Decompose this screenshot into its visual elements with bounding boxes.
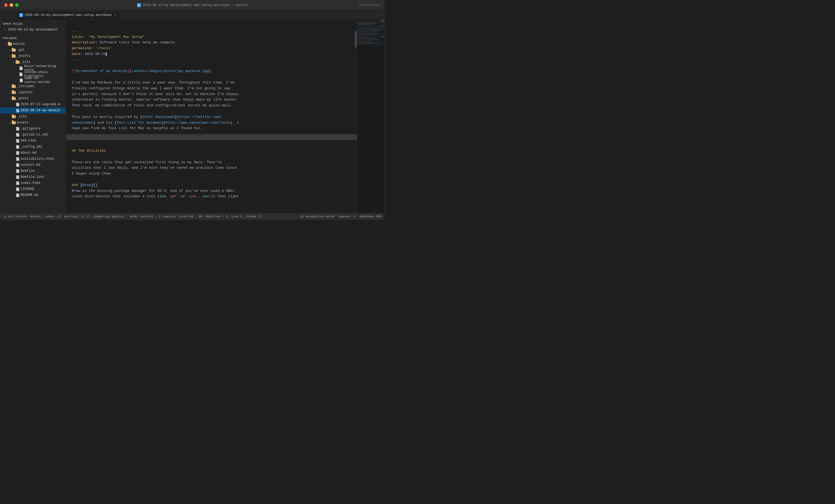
sidebar-label-sudo: sudo-in-centos.markdo xyxy=(24,76,64,84)
tab-label: 2016-08-14-my-development-mac-setup.mark… xyxy=(25,13,112,17)
sidebar-label-availability: availability.html xyxy=(21,157,54,161)
sidebar-item-site[interactable]: _site xyxy=(0,114,66,120)
unregistered-label: UNREGISTERED xyxy=(359,4,381,7)
doc-icon-contact xyxy=(16,163,20,167)
sidebar-item-layouts[interactable]: _layouts xyxy=(0,89,66,95)
sidebar-item-gemfilelock[interactable]: Gemfile.lock xyxy=(0,174,66,180)
expand-arrow-posts xyxy=(8,97,12,100)
window-title: K 2016-08-14-my-development-mac-setup.ma… xyxy=(137,3,247,7)
sidebar-item-contact[interactable]: contact.md xyxy=(0,162,66,168)
open-file-item[interactable]: × 2016-08-14-my-development- xyxy=(0,27,66,33)
tab-dropdown[interactable]: ▾ xyxy=(380,13,382,17)
spaces-label: Spaces: 4 xyxy=(339,215,355,218)
folder-icon-kactus xyxy=(8,42,12,46)
git-info: Git branch: master, index: 17, working: … xyxy=(8,215,262,218)
open-file-label: 2016-08-14-my-development- xyxy=(8,28,59,32)
git-icon: ⎇ xyxy=(3,215,6,219)
sidebar-item-develo[interactable]: 2016-08-14-my-develo xyxy=(0,107,66,114)
sidebar-label-gitignore: .gitignore xyxy=(21,127,40,130)
folder-icon-assets xyxy=(12,121,16,124)
tab-file-icon: M xyxy=(19,13,23,17)
folder-icon-includes xyxy=(12,84,16,88)
doc-icon-gemfilelock xyxy=(16,175,20,179)
sidebar-label-index: index.html xyxy=(21,181,40,185)
doc-icon-readme xyxy=(16,193,20,197)
sidebar-label-about: about.md xyxy=(21,151,37,155)
sidebar-label-kactus: kactus xyxy=(13,42,25,46)
sidebar-item-gitlab-ci[interactable]: .gitlab-ci.yml xyxy=(0,132,66,138)
folder-icon-git xyxy=(12,48,16,52)
sidebar-label-gemfile: Gemfile xyxy=(21,169,34,173)
sidebar-item-404[interactable]: 404.html xyxy=(0,138,66,144)
sidebar-label-upgrade: 2016-07-13-upgrade.m xyxy=(21,102,60,106)
code-content: --- title: "My Development Mac Setup" de… xyxy=(66,20,357,134)
tab-close-button[interactable]: × xyxy=(114,13,117,17)
sidebar-item-index[interactable]: index.html xyxy=(0,180,66,186)
sidebar-label-layouts: _layouts xyxy=(17,90,33,94)
sidebar-item-drafts[interactable]: _drafts xyxy=(0,53,66,59)
folder-icon-site xyxy=(12,115,16,118)
expand-arrow-layouts xyxy=(8,90,12,94)
expand-arrow-site-drafts xyxy=(12,60,16,64)
sidebar-item-assets[interactable]: assets xyxy=(0,120,66,126)
sidebar-label-posts: _posts xyxy=(17,97,28,100)
sidebar-item-config[interactable]: _config.yml xyxy=(0,144,66,150)
expand-arrow-site xyxy=(8,115,12,118)
doc-icon-index xyxy=(16,181,20,185)
nav-back[interactable]: ‹ xyxy=(2,12,8,18)
sidebar-item-kactus[interactable]: kactus xyxy=(0,41,66,47)
sidebar-item-git[interactable]: .git xyxy=(0,47,66,53)
sidebar-label-drafts: _drafts xyxy=(17,54,30,58)
doc-icon-develo xyxy=(16,108,20,113)
expand-arrow-drafts xyxy=(8,54,12,58)
sidebar-item-about[interactable]: about.md xyxy=(0,150,66,156)
expand-arrow-assets xyxy=(8,121,12,124)
sidebar-label-gemfilelock: Gemfile.lock xyxy=(21,175,44,179)
expand-arrow-kactus xyxy=(4,42,8,46)
sidebar-item-upgrade[interactable]: 2016-07-13-upgrade.m xyxy=(0,101,66,107)
doc-icon-sudo xyxy=(19,78,23,82)
folder-icon-site-drafts xyxy=(16,60,20,64)
traffic-lights[interactable] xyxy=(4,3,19,7)
minimize-button[interactable] xyxy=(9,3,13,7)
sidebar-item-readme[interactable]: README.md xyxy=(0,192,66,198)
misspelled-count: 41 misspelled words xyxy=(300,215,334,218)
folders-header: FOLDERS xyxy=(0,34,66,41)
sidebar-item-gitignore[interactable]: .gitignore xyxy=(0,126,66,132)
sidebar-label-config: _config.yml xyxy=(21,145,42,149)
fullscreen-button[interactable] xyxy=(15,3,19,7)
sidebar-label-contact: contact.md xyxy=(21,163,40,167)
doc-icon-gemfile xyxy=(16,169,20,173)
sidebar-label-includes: _includes xyxy=(17,84,35,88)
svg-rect-26 xyxy=(381,22,383,23)
folder-icon-posts xyxy=(12,97,16,100)
svg-rect-29 xyxy=(381,34,384,34)
svg-rect-23 xyxy=(357,20,384,46)
sidebar: OPEN FILES × 2016-08-14-my-development- … xyxy=(0,20,66,213)
editor-area[interactable]: --- title: "My Development Mac Setup" de… xyxy=(66,20,357,213)
expand-arrow-includes xyxy=(8,84,12,88)
doc-icon-license xyxy=(16,187,20,191)
tab-markdown-file[interactable]: M 2016-08-14-my-development-mac-setup.ma… xyxy=(16,11,120,19)
sidebar-item-gemfile[interactable]: Gemfile xyxy=(0,168,66,174)
nav-arrows[interactable]: ‹ › xyxy=(2,12,14,18)
sidebar-item-posts[interactable]: _posts xyxy=(0,95,66,101)
sidebar-item-includes[interactable]: _includes xyxy=(0,83,66,89)
svg-rect-25 xyxy=(381,21,384,22)
sidebar-label-assets: assets xyxy=(17,121,28,124)
sidebar-item-sudo[interactable]: sudo-in-centos.markdo xyxy=(0,77,66,83)
sidebar-label-gitlab-ci: .gitlab-ci.yml xyxy=(21,133,48,137)
sidebar-label-404: 404.html xyxy=(21,139,37,143)
close-icon: × xyxy=(3,28,7,32)
close-button[interactable] xyxy=(4,3,8,7)
sidebar-label-readme: README.md xyxy=(21,193,38,197)
code-content-2: ## The Utilities These are the tools tha… xyxy=(66,140,357,202)
doc-icon-availability xyxy=(16,157,20,161)
scrollbar-thumb[interactable] xyxy=(354,31,357,47)
sidebar-item-license[interactable]: LICENSE xyxy=(0,186,66,192)
statusbar-right: 41 misspelled words Spaces: 4 Markdown G… xyxy=(300,215,382,218)
sidebar-item-availability[interactable]: availability.html xyxy=(0,156,66,162)
svg-rect-24 xyxy=(381,20,384,21)
sidebar-label-site-drafts: _site xyxy=(21,60,30,64)
nav-forward[interactable]: › xyxy=(8,12,14,18)
